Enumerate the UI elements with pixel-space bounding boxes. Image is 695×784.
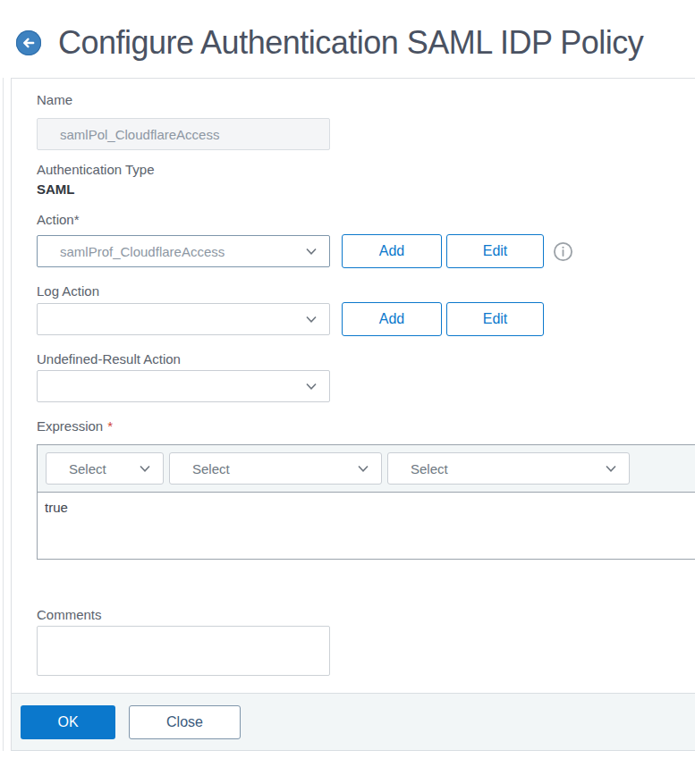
action-select[interactable]: samlProf_CloudflareAccess <box>37 235 330 267</box>
close-button[interactable]: Close <box>129 705 241 739</box>
required-asterisk: * <box>107 418 113 434</box>
expression-label: Expression <box>37 418 103 434</box>
page: Configure Authentication SAML IDP Policy… <box>0 0 695 784</box>
action-select-value: samlProf_CloudflareAccess <box>60 244 225 259</box>
expression-operator-select-2[interactable]: Select <box>169 452 382 485</box>
ok-button[interactable]: OK <box>21 705 115 739</box>
chevron-down-icon <box>355 460 371 476</box>
expression-select-3-value: Select <box>411 461 448 476</box>
log-action-add-button[interactable]: Add <box>342 302 442 336</box>
action-label: Action* <box>37 211 695 229</box>
expression-toolbar: Select Select Select <box>38 445 695 493</box>
back-button[interactable] <box>16 30 41 55</box>
chevron-down-icon <box>303 378 319 394</box>
log-action-edit-button[interactable]: Edit <box>446 302 544 336</box>
auth-type-label: Authentication Type <box>37 161 695 179</box>
comments-input[interactable] <box>37 626 330 676</box>
comments-label: Comments <box>37 606 695 624</box>
chevron-down-icon <box>137 460 153 476</box>
footer-action-bar: OK Close <box>12 693 695 751</box>
chevron-down-icon <box>303 311 319 327</box>
undefined-result-label: Undefined-Result Action <box>37 350 695 368</box>
name-input[interactable] <box>37 118 330 150</box>
log-action-row: Add Edit <box>37 302 695 336</box>
info-icon[interactable] <box>553 241 573 262</box>
log-action-label: Log Action <box>37 282 695 300</box>
form-content: Name Authentication Type SAML Action* sa… <box>12 79 695 676</box>
chevron-down-icon <box>603 460 619 476</box>
expression-label-row: Expression* <box>37 417 695 435</box>
chevron-down-icon <box>303 243 319 259</box>
expression-select-2-value: Select <box>192 461 230 476</box>
action-edit-button[interactable]: Edit <box>446 234 544 268</box>
name-label: Name <box>37 91 695 109</box>
left-divider <box>3 78 4 751</box>
expression-editor: Select Select Select <box>37 444 695 560</box>
arrow-left-icon <box>21 36 36 50</box>
expression-operator-select-1[interactable]: Select <box>46 452 164 485</box>
log-action-select[interactable] <box>37 303 330 335</box>
action-add-button[interactable]: Add <box>342 234 442 268</box>
expression-operator-select-3[interactable]: Select <box>387 452 630 485</box>
header: Configure Authentication SAML IDP Policy <box>16 27 643 59</box>
expression-input[interactable]: true <box>38 493 695 559</box>
auth-type-value: SAML <box>37 181 695 198</box>
form-panel: Name Authentication Type SAML Action* sa… <box>11 78 695 751</box>
expression-select-1-value: Select <box>69 461 106 476</box>
undefined-result-select[interactable] <box>37 370 330 402</box>
action-row: samlProf_CloudflareAccess Add Edit <box>37 234 695 268</box>
page-title: Configure Authentication SAML IDP Policy <box>58 27 643 59</box>
